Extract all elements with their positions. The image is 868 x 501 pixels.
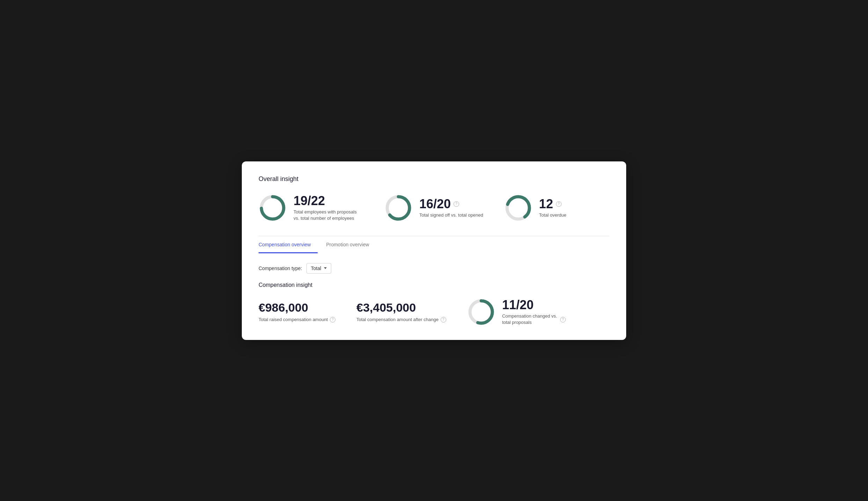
donut-employees bbox=[259, 194, 287, 222]
comp-insight-raised-label-row: Total raised compensation amount ? bbox=[259, 317, 335, 322]
question-icon-raised[interactable]: ? bbox=[330, 317, 335, 322]
insight-number-signedoff: 16/20 bbox=[419, 197, 451, 211]
comp-insight-changed-label-row: Compensation changed vs. total proposals… bbox=[502, 313, 566, 326]
insight-label-signedoff: Total signed off vs. total opened bbox=[419, 212, 483, 218]
insight-label-employees: Total employees with proposals vs. total… bbox=[294, 209, 363, 222]
comp-insight-raised: €986,000 Total raised compensation amoun… bbox=[259, 301, 335, 322]
compensation-type-select[interactable]: Total bbox=[306, 263, 332, 274]
insight-text-changed-vs-total: 11/20 Compensation changed vs. total pro… bbox=[502, 298, 566, 326]
insight-text-overdue: 12 ? Total overdue bbox=[539, 197, 566, 219]
compensation-type-row: Compensation type: Total bbox=[259, 263, 609, 274]
tab-compensation[interactable]: Compensation overview bbox=[259, 236, 318, 253]
comp-insight-after-change-amount: €3,405,000 bbox=[356, 301, 446, 314]
insight-number-employees: 19/22 bbox=[294, 194, 363, 208]
chevron-down-icon bbox=[324, 267, 327, 269]
tabs: Compensation overview Promotion overview bbox=[259, 236, 609, 253]
compensation-type-label: Compensation type: bbox=[259, 266, 302, 271]
tab-promotion[interactable]: Promotion overview bbox=[326, 236, 376, 253]
comp-insight-changed-vs-total: 11/20 Compensation changed vs. total pro… bbox=[467, 298, 566, 326]
insight-item-signedoff: 16/20 ? Total signed off vs. total opene… bbox=[384, 194, 483, 222]
insight-label-overdue: Total overdue bbox=[539, 212, 566, 218]
comp-insight-after-change-label-row: Total compensation amount after change ? bbox=[356, 317, 446, 322]
overall-insight-title: Overall insight bbox=[259, 175, 609, 183]
tabs-section: Compensation overview Promotion overview bbox=[259, 236, 609, 253]
compensation-insight-title: Compensation insight bbox=[259, 282, 609, 288]
comp-insight-changed-label: Compensation changed vs. total proposals bbox=[502, 313, 558, 326]
compensation-type-value: Total bbox=[311, 266, 321, 271]
comp-insight-after-change: €3,405,000 Total compensation amount aft… bbox=[356, 301, 446, 322]
question-icon-after-change[interactable]: ? bbox=[441, 317, 446, 322]
question-icon-overdue[interactable]: ? bbox=[556, 201, 562, 207]
comp-insight-after-change-label: Total compensation amount after change bbox=[356, 317, 439, 322]
donut-signedoff bbox=[384, 194, 412, 222]
insight-text-employees: 19/22 Total employees with proposals vs.… bbox=[294, 194, 363, 222]
donut-changed-vs-total bbox=[467, 298, 495, 326]
main-card: Overall insight 19/22 Total employees wi… bbox=[242, 161, 626, 340]
insight-item-employees: 19/22 Total employees with proposals vs.… bbox=[259, 194, 363, 222]
compensation-insight-row: €986,000 Total raised compensation amoun… bbox=[259, 298, 609, 326]
comp-insight-raised-label: Total raised compensation amount bbox=[259, 317, 328, 322]
question-icon-changed[interactable]: ? bbox=[560, 317, 566, 322]
donut-overdue bbox=[504, 194, 532, 222]
insight-number-changed-vs-total: 11/20 bbox=[502, 298, 534, 312]
question-icon-signedoff[interactable]: ? bbox=[454, 201, 459, 207]
comp-insight-raised-amount: €986,000 bbox=[259, 301, 335, 314]
insight-item-overdue: 12 ? Total overdue bbox=[504, 194, 566, 222]
overall-insight-row: 19/22 Total employees with proposals vs.… bbox=[259, 194, 609, 222]
insight-text-signedoff: 16/20 ? Total signed off vs. total opene… bbox=[419, 197, 483, 219]
insight-number-overdue: 12 bbox=[539, 197, 553, 211]
